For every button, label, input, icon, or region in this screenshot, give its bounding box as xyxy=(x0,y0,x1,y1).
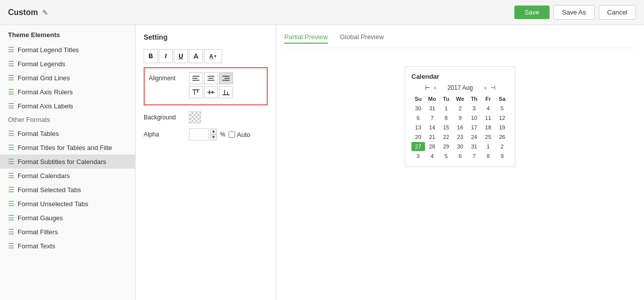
font-size-button[interactable]: A xyxy=(189,49,203,63)
sidebar-item-format-axis-labels[interactable]: ☰Format Axis Labels xyxy=(0,99,135,113)
cal-day-4-6[interactable]: 2 xyxy=(495,142,509,151)
cal-last-button[interactable]: ⊣ xyxy=(490,84,495,91)
sidebar-item-format-legend-titles[interactable]: ☰Format Legend Titles xyxy=(0,43,135,57)
sidebar-item-format-gauges[interactable]: ☰Format Gauges xyxy=(0,211,135,225)
cal-day-3-1[interactable]: 21 xyxy=(425,132,439,141)
sidebar-item-format-texts[interactable]: ☰Format Texts xyxy=(0,239,135,253)
align-left-button[interactable] xyxy=(189,72,203,84)
cal-prev-button[interactable]: ‹ xyxy=(434,84,436,91)
alignment-box: Alignment xyxy=(144,67,268,105)
cal-day-5-4[interactable]: 7 xyxy=(467,152,481,161)
sidebar-item-format-selected-tabs[interactable]: ☰Format Selected Tabs xyxy=(0,183,135,197)
cal-day-5-3[interactable]: 6 xyxy=(454,152,467,161)
cal-day-0-3[interactable]: 2 xyxy=(454,104,467,113)
list-icon-format-axis-labels: ☰ xyxy=(8,102,15,110)
cal-day-3-5[interactable]: 25 xyxy=(481,132,495,141)
cal-day-2-4[interactable]: 17 xyxy=(467,123,481,132)
sidebar-item-label-format-calendars: Format Calendars xyxy=(18,172,70,180)
cal-day-1-3[interactable]: 9 xyxy=(454,113,467,122)
v-align-buttons xyxy=(189,86,233,98)
save-button[interactable]: Save xyxy=(514,6,550,19)
cal-day-1-1[interactable]: 7 xyxy=(425,113,439,122)
cal-next-button[interactable]: › xyxy=(484,84,486,91)
list-icon-format-legend-titles: ☰ xyxy=(8,46,15,54)
sidebar-item-label-format-selected-tabs: Format Selected Tabs xyxy=(18,186,81,194)
background-color-swatch[interactable] xyxy=(189,111,201,123)
cal-day-3-3[interactable]: 23 xyxy=(454,132,467,141)
sidebar-item-format-axis-rulers[interactable]: ☰Format Axis Rulers xyxy=(0,85,135,99)
cal-day-3-4[interactable]: 24 xyxy=(467,132,481,141)
cal-day-4-0[interactable]: 27 xyxy=(411,142,425,151)
underline-button[interactable]: U xyxy=(174,49,188,63)
save-as-button[interactable]: Save As xyxy=(554,5,595,20)
tab-global-preview[interactable]: Global Preview xyxy=(340,33,384,44)
cal-day-1-2[interactable]: 8 xyxy=(440,113,453,122)
cal-day-3-2[interactable]: 22 xyxy=(440,132,453,141)
cal-day-0-6[interactable]: 5 xyxy=(495,104,509,113)
cal-day-1-4[interactable]: 10 xyxy=(467,113,481,122)
list-icon-format-tables: ☰ xyxy=(8,129,15,137)
top-bar-right: Save Save As Cancel xyxy=(514,5,636,20)
list-icon-format-selected-tabs: ☰ xyxy=(8,186,15,194)
align-right-button[interactable] xyxy=(219,72,233,84)
valign-top-button[interactable] xyxy=(189,86,203,98)
cal-day-3-6[interactable]: 26 xyxy=(495,132,509,141)
calendar-container: Calendar ⊢ ‹ 2017 Aug › ⊣ SuMoTuWeThFrSa… xyxy=(284,56,636,167)
tab-partial-preview[interactable]: Partial Preview xyxy=(284,33,328,44)
cal-day-0-4[interactable]: 3 xyxy=(467,104,481,113)
cal-day-0-2[interactable]: 1 xyxy=(440,104,453,113)
alpha-spinner: ▲ ▼ xyxy=(210,128,217,140)
list-icon-format-legends: ☰ xyxy=(8,60,15,68)
cal-day-2-0[interactable]: 13 xyxy=(411,123,425,132)
bold-button[interactable]: B xyxy=(144,49,158,63)
cal-day-5-5[interactable]: 8 xyxy=(481,152,495,161)
align-center-button[interactable] xyxy=(204,72,218,84)
cal-day-2-5[interactable]: 18 xyxy=(481,123,495,132)
font-color-dropdown[interactable]: A ▾ xyxy=(204,49,222,63)
alpha-down-arrow[interactable]: ▼ xyxy=(210,134,217,140)
sidebar-item-format-titles-tables[interactable]: ☰Format Titles for Tables and Filte xyxy=(0,140,135,155)
cal-day-3-0[interactable]: 20 xyxy=(411,132,425,141)
auto-checkbox[interactable] xyxy=(229,131,235,138)
cal-day-5-0[interactable]: 3 xyxy=(411,152,425,161)
sidebar-item-format-grid-lines[interactable]: ☰Format Grid Lines xyxy=(0,71,135,85)
cal-day-2-1[interactable]: 14 xyxy=(425,123,439,132)
cal-day-5-6[interactable]: 9 xyxy=(495,152,509,161)
sidebar-item-format-legends[interactable]: ☰Format Legends xyxy=(0,57,135,71)
alpha-up-arrow[interactable]: ▲ xyxy=(210,128,217,134)
preview-tabs: Partial Preview Global Preview xyxy=(284,33,636,48)
cal-day-2-3[interactable]: 16 xyxy=(454,123,467,132)
alpha-input[interactable]: 0 xyxy=(189,128,209,140)
sidebar-item-format-tables[interactable]: ☰Format Tables xyxy=(0,126,135,140)
cal-day-0-0[interactable]: 30 xyxy=(411,104,425,113)
valign-bottom-button[interactable] xyxy=(219,86,233,98)
sidebar-item-format-unselected-tabs[interactable]: ☰Format Unselected Tabs xyxy=(0,197,135,211)
sidebar-item-format-calendars[interactable]: ☰Format Calendars xyxy=(0,169,135,183)
sidebar-item-format-subtitles-calendars[interactable]: ☰Format Subtitles for Calendars xyxy=(0,155,135,169)
cancel-button[interactable]: Cancel xyxy=(599,5,636,20)
cal-day-2-6[interactable]: 19 xyxy=(495,123,509,132)
list-icon-format-gauges: ☰ xyxy=(8,214,15,222)
cal-day-4-1[interactable]: 28 xyxy=(425,142,439,151)
cal-day-4-3[interactable]: 30 xyxy=(454,142,467,151)
edit-icon[interactable]: ✎ xyxy=(42,9,48,17)
cal-day-1-5[interactable]: 11 xyxy=(481,113,495,122)
cal-day-4-2[interactable]: 29 xyxy=(440,142,453,151)
cal-day-2-2[interactable]: 15 xyxy=(440,123,453,132)
cal-day-0-1[interactable]: 31 xyxy=(425,104,439,113)
italic-button[interactable]: I xyxy=(159,49,173,63)
cal-first-button[interactable]: ⊢ xyxy=(425,84,430,91)
cal-day-5-2[interactable]: 5 xyxy=(440,152,453,161)
cal-day-0-5[interactable]: 4 xyxy=(481,104,495,113)
cal-day-4-4[interactable]: 31 xyxy=(467,142,481,151)
list-icon-format-filters: ☰ xyxy=(8,228,15,236)
font-color-chevron: ▾ xyxy=(214,54,217,59)
list-icon-format-subtitles-calendars: ☰ xyxy=(8,158,15,166)
cal-day-1-6[interactable]: 12 xyxy=(495,113,509,122)
cal-day-4-5[interactable]: 1 xyxy=(481,142,495,151)
sidebar-item-label-format-axis-labels: Format Axis Labels xyxy=(18,102,73,110)
sidebar-item-format-filters[interactable]: ☰Format Filters xyxy=(0,225,135,239)
cal-day-5-1[interactable]: 4 xyxy=(425,152,439,161)
cal-day-1-0[interactable]: 6 xyxy=(411,113,425,122)
valign-middle-button[interactable] xyxy=(204,86,218,98)
